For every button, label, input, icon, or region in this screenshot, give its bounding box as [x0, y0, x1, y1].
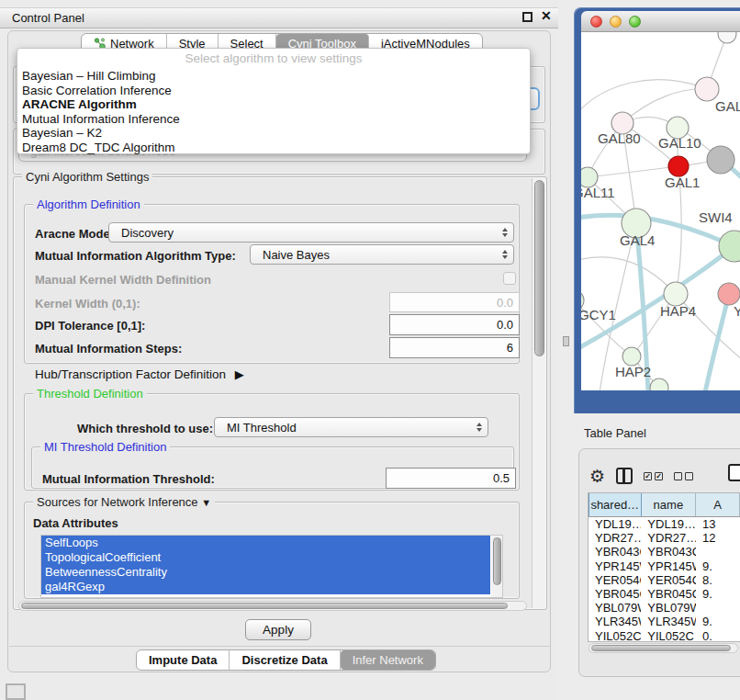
- mi-type-combo[interactable]: Naive Bayes: [250, 244, 514, 265]
- network-node[interactable]: [622, 347, 641, 366]
- kernel-width-input[interactable]: 0.0: [389, 292, 520, 312]
- stepper-icon: [502, 250, 508, 259]
- splitter-grip[interactable]: [563, 336, 569, 346]
- collapse-arrow-icon[interactable]: ▼: [201, 497, 211, 508]
- algorithm-option[interactable]: Mutual Information Inference: [17, 112, 530, 127]
- table-row[interactable]: YDR27…YDR27…12: [589, 531, 740, 545]
- data-attributes-list[interactable]: SelfLoopsTopologicalCoefficientBetweenne…: [40, 535, 503, 598]
- mi-threshold-input[interactable]: 0.5: [386, 468, 516, 489]
- table-panel-title: Table Panel: [584, 426, 646, 440]
- aracne-mode-combo[interactable]: Discovery: [108, 222, 514, 243]
- network-node-label: GAL4: [620, 232, 655, 248]
- panel-divider: [9, 646, 549, 647]
- table-cell: YPR145W: [641, 559, 696, 573]
- table-hscrollbar[interactable]: [589, 643, 738, 653]
- table-row[interactable]: YDL19…YDL19…13: [589, 517, 740, 531]
- network-node[interactable]: [718, 283, 740, 305]
- deselect-all-checkboxes-icon[interactable]: [674, 472, 693, 480]
- table-cell: 12: [696, 531, 740, 545]
- mi-threshold-group-title: MI Threshold Definition: [40, 440, 170, 454]
- table-column-header[interactable]: shared…: [589, 493, 642, 516]
- apply-button[interactable]: Apply: [245, 619, 311, 640]
- table-row[interactable]: YBL079WYBL079W: [589, 601, 740, 615]
- network-view-canvas[interactable]: GALGAL80GAL10GAL1GAL11SWI4GAL4GCY1HAP4YH…: [581, 32, 740, 390]
- network-node-label: GAL11: [581, 185, 615, 200]
- algorithm-option[interactable]: ARACNE Algorithm: [17, 97, 530, 112]
- settings-hscrollbar-thumb[interactable]: [21, 603, 508, 609]
- mi-steps-input[interactable]: 6: [389, 337, 520, 358]
- table-row[interactable]: YBR045CYBR045C9.: [589, 587, 740, 601]
- bottom-tabbar: Impute DataDiscretize DataInfer Network: [136, 649, 436, 671]
- network-node-label: HAP2: [615, 364, 651, 379]
- table-row[interactable]: YLR345WYLR345W9.: [589, 615, 740, 628]
- settings-scrollbar[interactable]: [532, 178, 545, 608]
- minimized-panel-grip[interactable]: [6, 683, 26, 700]
- table-cell: 9.: [696, 615, 740, 628]
- sources-group-title: Sources for Network Inference ▼: [33, 495, 215, 509]
- table-cell: YER054C: [641, 573, 696, 587]
- algorithm-option[interactable]: Bayesian – Hill Climbing: [17, 69, 530, 84]
- sources-title-text: Sources for Network Inference: [37, 495, 198, 509]
- zoom-window-icon[interactable]: [629, 16, 641, 28]
- table-row[interactable]: YPR145WYPR145W9.: [589, 559, 740, 573]
- network-edge: [581, 257, 676, 294]
- settings-hscrollbar[interactable]: [18, 601, 527, 611]
- dpi-tolerance-label: DPI Tolerance [0,1]:: [35, 319, 145, 333]
- table-column-header[interactable]: A: [696, 493, 740, 516]
- algorithm-definition-title: Algorithm Definition: [33, 198, 144, 211]
- table-row[interactable]: YER054CYER054C8.: [589, 573, 740, 587]
- algorithm-option[interactable]: Dream8 DC_TDC Algorithm: [17, 141, 530, 155]
- popup-item-list: Bayesian – Hill ClimbingBasic Correlatio…: [17, 69, 530, 155]
- mi-steps-value: 6: [507, 341, 513, 355]
- algorithm-option[interactable]: Basic Correlation Inference: [17, 84, 530, 98]
- attribute-list-item[interactable]: TopologicalCoefficient: [41, 550, 490, 565]
- network-node-label: GCY1: [581, 307, 616, 322]
- close-panel-icon[interactable]: ✕: [541, 8, 552, 23]
- attributes-scrollbar[interactable]: [491, 536, 502, 597]
- select-all-checkboxes-icon[interactable]: ✓✓: [644, 472, 663, 480]
- attribute-list-item[interactable]: gal4RGexp: [41, 580, 490, 594]
- bottom-tab-discretize-data[interactable]: Discretize Data: [230, 650, 340, 670]
- mi-steps-label: Mutual Information Steps:: [35, 342, 182, 356]
- network-node[interactable]: [707, 146, 734, 174]
- kernel-width-label: Kernel Width (0,1):: [35, 297, 140, 310]
- bottom-tab-infer-network[interactable]: Infer Network: [341, 650, 435, 670]
- network-node-label: GAL80: [598, 130, 641, 146]
- popup-hint: Select algorithm to view settings: [17, 51, 530, 69]
- table-column-header[interactable]: name: [642, 493, 697, 516]
- stepper-icon: [477, 423, 482, 432]
- attribute-list-item[interactable]: BetweennessCentrality: [41, 565, 490, 580]
- bottom-tab-impute-data[interactable]: Impute Data: [137, 650, 230, 670]
- table-hscrollbar-thumb[interactable]: [591, 645, 731, 651]
- network-node[interactable]: [718, 32, 736, 43]
- network-edge: [581, 246, 734, 352]
- table-cell: 8.: [696, 573, 740, 587]
- attribute-list-item[interactable]: SelfLoops: [41, 536, 490, 550]
- gear-icon[interactable]: ⚙: [589, 468, 605, 485]
- table-row[interactable]: YIL052CYIL052C0.: [589, 629, 740, 643]
- mi-type-value: Naive Bayes: [263, 248, 330, 262]
- tab-label: Infer Network: [353, 653, 423, 667]
- float-panel-icon[interactable]: [522, 12, 533, 22]
- close-window-icon[interactable]: [590, 16, 602, 28]
- algorithm-option[interactable]: Bayesian – K2: [17, 126, 530, 141]
- hub-definition-toggle[interactable]: Hub/Transcription Factor Definition ▶: [35, 367, 244, 381]
- dpi-tolerance-input[interactable]: 0.0: [389, 314, 520, 335]
- table-rows: YDL19…YDL19…13YDR27…YDR27…12YBR043CYBR04…: [589, 517, 740, 642]
- which-threshold-label: Which threshold to use:: [77, 422, 213, 435]
- manual-kernel-checkbox[interactable]: [503, 272, 516, 285]
- threshold-definition-title: Threshold Definition: [33, 387, 147, 401]
- network-node[interactable]: [668, 156, 689, 176]
- table-function-icon[interactable]: [728, 464, 740, 481]
- which-threshold-combo[interactable]: MI Threshold: [214, 417, 488, 437]
- attributes-scrollbar-thumb[interactable]: [493, 537, 501, 585]
- table-row[interactable]: YBR043CYBR043C: [589, 545, 740, 559]
- table-cell: YBL079W: [641, 601, 696, 615]
- settings-scrollbar-thumb[interactable]: [534, 180, 544, 356]
- hub-definition-label: Hub/Transcription Factor Definition: [35, 367, 226, 381]
- dpi-tolerance-value: 0.0: [497, 318, 513, 332]
- minimize-window-icon[interactable]: [610, 16, 622, 28]
- table-cell: YDL19…: [589, 517, 641, 531]
- columns-icon[interactable]: [616, 468, 633, 484]
- table-cell: YDR27…: [641, 531, 696, 545]
